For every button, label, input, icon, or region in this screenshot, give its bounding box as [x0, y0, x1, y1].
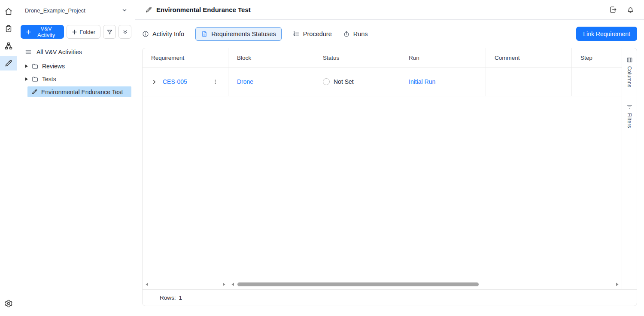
chevron-down-icon: [121, 7, 128, 14]
table-grid: Requirement Block Status Run Comment Ste…: [143, 48, 622, 289]
column-header-status[interactable]: Status: [314, 48, 400, 67]
table-row: CES-005 Drone Not Set: [143, 67, 622, 96]
home-button[interactable]: [0, 4, 17, 19]
project-selector[interactable]: Drone_Example_Project: [17, 0, 135, 21]
scroll-right-arrow-icon[interactable]: [616, 282, 619, 286]
funnel-icon: [106, 29, 113, 35]
sidebar-actions: V&V Activity Folder: [17, 21, 135, 44]
folder-icon: [32, 63, 39, 70]
cell-comment[interactable]: [486, 67, 572, 96]
tree-item-environmental-endurance-test[interactable]: Environmental Endurance Test: [27, 86, 131, 97]
tab-label: Requirements Statuses: [211, 31, 276, 37]
stopwatch-icon: [343, 31, 350, 37]
filters-panel-toggle[interactable]: Filters: [626, 104, 633, 128]
clipboard-check-icon: [4, 25, 13, 33]
table-side-panel: Columns Filters: [622, 48, 637, 289]
row-menu-button[interactable]: [211, 78, 219, 86]
chevron-right-icon: [151, 79, 158, 85]
notifications-button[interactable]: [626, 6, 635, 14]
add-vv-activity-button[interactable]: V&V Activity: [21, 25, 64, 39]
folder-icon: [32, 76, 39, 83]
settings-button[interactable]: [0, 296, 17, 311]
column-header-block[interactable]: Block: [228, 48, 314, 67]
columns-panel-label: Columns: [626, 66, 632, 87]
table-footer: Rows: 1: [143, 289, 637, 306]
export-icon: [609, 6, 617, 14]
column-header-run[interactable]: Run: [400, 48, 486, 67]
rows-count-value: 1: [179, 295, 182, 301]
blocks-tree-button[interactable]: [0, 39, 17, 53]
column-header-comment[interactable]: Comment: [486, 48, 572, 67]
scrollbar-track[interactable]: [151, 282, 220, 286]
filters-panel-label: Filters: [626, 113, 632, 128]
tree-item-reviews[interactable]: Reviews: [17, 60, 135, 72]
caret-right-icon[interactable]: [24, 77, 28, 81]
plus-icon: [26, 29, 31, 35]
scrollbar-thumb[interactable]: [237, 282, 479, 286]
bell-icon: [626, 6, 635, 14]
tab-bar: Activity Info Requirements Statuses Proc…: [135, 20, 644, 48]
review-checklist-button[interactable]: [0, 21, 17, 36]
link-requirement-button[interactable]: Link Requirement: [576, 27, 637, 41]
filters-icon: [626, 104, 633, 110]
expand-collapse-all-button[interactable]: [118, 25, 131, 39]
scrollbar-track[interactable]: [237, 282, 614, 286]
tab-label: Runs: [353, 31, 368, 37]
columns-icon: [626, 57, 633, 63]
tab-label: Activity Info: [152, 31, 184, 37]
tree-item-tests[interactable]: Tests: [17, 73, 135, 85]
horizontal-scrollbars: [143, 281, 622, 287]
vv-activities-button[interactable]: [0, 56, 17, 71]
scroll-right-arrow-icon[interactable]: [222, 282, 226, 286]
icon-rail: [0, 0, 17, 316]
cell-status: Not Set: [314, 67, 400, 96]
blocks-icon: [4, 42, 13, 50]
tab-requirements-statuses[interactable]: Requirements Statuses: [195, 27, 282, 41]
kebab-menu-icon: [212, 79, 219, 85]
tree-item-label: Environmental Endurance Test: [41, 89, 123, 95]
tree-item-label: Tests: [42, 76, 56, 83]
block-link[interactable]: Drone: [237, 78, 253, 85]
column-header-requirement[interactable]: Requirement: [143, 48, 228, 67]
pencil-icon: [145, 6, 152, 13]
requirements-table-card: Requirement Block Status Run Comment Ste…: [142, 48, 637, 306]
header-actions: [609, 6, 635, 14]
tab-activity-info[interactable]: Activity Info: [142, 28, 184, 40]
export-button[interactable]: [609, 6, 617, 14]
cell-run: Initial Run: [400, 67, 486, 96]
project-name: Drone_Example_Project: [25, 7, 85, 14]
tab-runs[interactable]: Runs: [343, 28, 368, 40]
sidebar: Drone_Example_Project V&V Activity Folde…: [17, 0, 135, 316]
row-expand-button[interactable]: [151, 79, 158, 85]
tree-filter-button[interactable]: [103, 25, 116, 39]
info-icon: [142, 31, 149, 37]
tab-label: Procedure: [303, 31, 332, 37]
caret-right-icon[interactable]: [24, 64, 28, 68]
radio-unchecked-icon[interactable]: [323, 78, 330, 85]
column-header-step[interactable]: Step: [572, 48, 622, 67]
main-table-scrollbar: [228, 281, 622, 287]
cell-block: Drone: [228, 67, 314, 96]
tab-procedure[interactable]: Procedure: [293, 28, 332, 40]
scroll-left-arrow-icon[interactable]: [231, 282, 234, 286]
numbered-list-icon: [293, 31, 300, 37]
page-title: Environmental Endurance Test: [156, 6, 251, 13]
pencil-icon: [4, 59, 13, 67]
requirement-link[interactable]: CES-005: [163, 78, 187, 85]
pencil-icon: [31, 89, 38, 95]
activities-tree: Reviews Tests Environmental Endurance Te…: [17, 59, 135, 97]
add-folder-button[interactable]: Folder: [67, 25, 100, 39]
columns-panel-toggle[interactable]: Columns: [626, 57, 633, 87]
tree-item-label: Reviews: [42, 63, 65, 70]
all-activities-label: All V&V Activities: [36, 49, 82, 55]
home-icon: [4, 7, 13, 16]
run-link[interactable]: Initial Run: [409, 78, 435, 85]
status-label: Not Set: [334, 78, 354, 85]
main-header: Environmental Endurance Test: [135, 0, 644, 20]
double-chevron-down-icon: [122, 29, 128, 35]
rows-count-label: Rows:: [160, 295, 176, 301]
document-icon: [201, 31, 208, 37]
icon-rail-top: [0, 4, 17, 71]
scroll-left-arrow-icon[interactable]: [145, 282, 149, 286]
all-activities-header[interactable]: All V&V Activities: [17, 44, 135, 59]
